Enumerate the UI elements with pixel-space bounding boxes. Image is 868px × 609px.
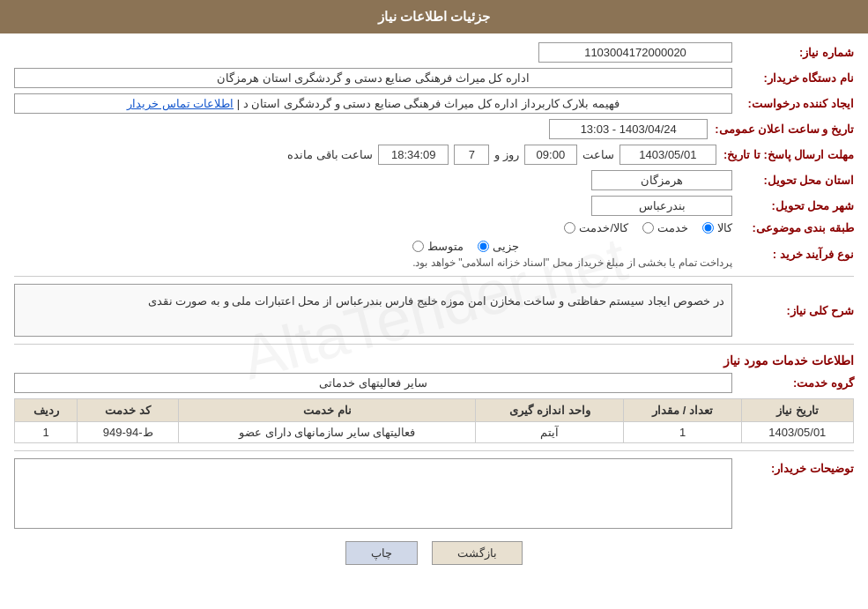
radio-kala-khedmat-label: کالا/خدمت [579,221,628,234]
page-wrapper: جزئیات اطلاعات نیاز AltaTender.net شماره… [0,0,868,609]
row-tosifat: توضیحات خریدار: [14,458,854,529]
cell-radif: 1 [15,422,78,443]
col-radif: ردیف [15,399,78,422]
tabaqe-radio-group: کالا/خدمت خدمت کالا [564,221,732,234]
col-tarikh: تاریخ نیاز [741,399,853,422]
cell-tarikh: 1403/05/01 [741,422,853,443]
mohlat-label: مهلت ارسال پاسخ: تا تاریخ: [723,148,854,161]
khadamat-section-title: اطلاعات خدمات مورد نیاز [14,353,854,368]
back-button[interactable]: بازگشت [432,541,523,565]
radio-khedmat-label: خدمت [657,221,688,234]
ijadkonande-link-spacer: | [234,97,240,110]
noeFarayand-label: نوع فرآیند خرید : [739,248,854,261]
table-header-row: تاریخ نیاز تعداد / مقدار واحد اندازه گیر… [15,399,854,422]
col-kodkhadamat: کد خدمت [78,399,179,422]
row-tabaqe: طبقه بندی موضوعی: کالا/خدمت خدمت کالا [14,221,854,234]
mohlat-roz: 7 [454,145,489,165]
sharh-value: در خصوص ایجاد سیستم حفاظتی و ساخت مخازن … [14,284,732,337]
tabaqe-label: طبقه بندی موضوعی: [739,221,854,234]
khadamat-table-container: تاریخ نیاز تعداد / مقدار واحد اندازه گیر… [14,398,854,443]
radio-jozi-label: جزیی [493,240,519,253]
radio-khedmat-item: خدمت [642,221,688,234]
col-namkhadamat: نام خدمت [179,399,476,422]
row-tarikh: تاریخ و ساعت اعلان عمومی: 1403/04/24 - 1… [14,119,854,139]
radio-khedmat[interactable] [642,222,654,234]
shahr-value: بندرعباس [591,196,732,216]
ijadkonande-text: فهیمه بلارک کاربرداز اداره کل میراث فرهن… [243,97,619,110]
row-shahr: شهر محل تحویل: بندرعباس [14,196,854,216]
divider-2 [14,344,854,345]
mohlat-baqi: 18:34:09 [378,145,449,165]
row-shomare-niaz: شماره نیاز: 1103004172000020 [14,42,854,63]
grohe-khadamat-value: سایر فعالیتهای خدماتی [14,373,732,393]
table-row: 1403/05/01 1 آیتم فعالیتهای سایر سازمانه… [15,422,854,443]
tarikh-value: 1403/04/24 - 13:03 [549,119,708,139]
farayand-radio-group: متوسط جزیی [412,240,732,253]
radio-kala[interactable] [702,222,714,234]
cell-kodkhadamat: ط-94-949 [78,422,179,443]
ijadkonande-label: ایجاد کننده درخواست: [739,97,854,110]
cell-namkhadamat: فعالیتهای سایر سازمانهای دارای عضو [179,422,476,443]
cell-tedad: 1 [624,422,741,443]
row-namdastgah: نام دستگاه خریدار: اداره کل میراث فرهنگی… [14,68,854,88]
shahr-label: شهر محل تحویل: [739,199,854,212]
main-content: AltaTender.net شماره نیاز: 1103004172000… [0,33,868,583]
farayand-note: پرداخت تمام یا بخشی از مبلغ خریداز محل "… [412,256,732,269]
ostan-value: هرمزگان [591,170,732,190]
ijadkonande-link[interactable]: اطلاعات تماس خریدار [127,97,234,110]
row-noeFarayand: نوع فرآیند خرید : متوسط جزیی پرداخت تمام… [14,240,854,269]
namdastgah-label: نام دستگاه خریدار: [739,71,854,85]
shomare-niaz-value: 1103004172000020 [538,42,732,63]
radio-motevaset[interactable] [412,241,424,252]
radio-kala-label: کالا [717,221,732,234]
row-sharh: شرح کلی نیاز: در خصوص ایجاد سیستم حفاظتی… [14,284,854,337]
row-ijadkonande: ایجاد کننده درخواست: فهیمه بلارک کاربردا… [14,93,854,114]
shomare-niaz-label: شماره نیاز: [739,46,854,59]
radio-jozi[interactable] [478,241,489,252]
radio-jozi-item: جزیی [478,240,519,253]
ostan-label: استان محل تحویل: [739,174,854,187]
tosifat-label: توضیحات خریدار: [739,462,854,475]
page-title: جزئیات اطلاعات نیاز [378,9,490,24]
tosifat-textarea[interactable] [14,458,732,529]
baqi-label: ساعت باقی مانده [287,148,373,161]
row-grohe-khadamat: گروه خدمت: سایر فعالیتهای خدماتی [14,373,854,393]
button-row: بازگشت چاپ [14,541,854,565]
print-button[interactable]: چاپ [345,541,418,565]
mohlat-date: 1403/05/01 [619,145,716,165]
divider-1 [14,276,854,277]
saat-label: ساعت [582,148,614,161]
ijadkonande-value: فهیمه بلارک کاربرداز اداره کل میراث فرهن… [14,93,732,114]
mohlat-saat: 09:00 [524,145,577,165]
mohlat-fields: 1403/05/01 ساعت 09:00 روز و 7 18:34:09 س… [287,145,716,165]
namdastgah-value: اداره کل میراث فرهنگی صنایع دستی و گردشگ… [14,68,732,88]
row-mohlat: مهلت ارسال پاسخ: تا تاریخ: 1403/05/01 سا… [14,145,854,165]
noeFarayand-group: متوسط جزیی پرداخت تمام یا بخشی از مبلغ خ… [412,240,732,269]
roz-label: روز و [494,148,519,161]
radio-motevaset-item: متوسط [412,240,464,253]
cell-vahed: آیتم [476,422,624,443]
grohe-khadamat-label: گروه خدمت: [739,376,854,390]
radio-kala-khedmat-item: کالا/خدمت [564,221,628,234]
tarikh-label: تاریخ و ساعت اعلان عمومی: [715,123,854,136]
sharh-label: شرح کلی نیاز: [739,304,854,317]
col-vahed: واحد اندازه گیری [476,399,624,422]
radio-motevaset-label: متوسط [427,240,464,253]
row-ostan: استان محل تحویل: هرمزگان [14,170,854,190]
col-tedad: تعداد / مقدار [624,399,741,422]
khadamat-table: تاریخ نیاز تعداد / مقدار واحد اندازه گیر… [14,398,854,443]
radio-kala-khedmat[interactable] [564,222,575,234]
page-header: جزئیات اطلاعات نیاز [0,0,868,33]
radio-kala-item: کالا [702,221,732,234]
divider-3 [14,450,854,451]
